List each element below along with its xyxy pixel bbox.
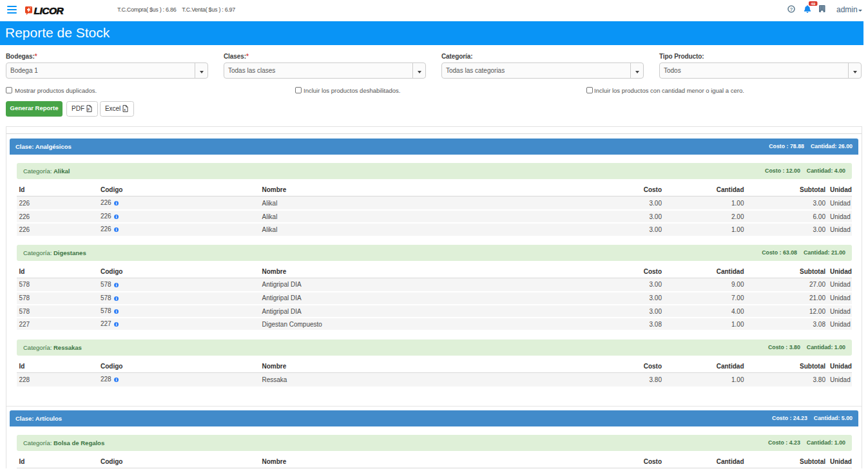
svg-text:P: P [88,108,90,111]
svg-text:x: x [124,108,126,111]
svg-text:49: 49 [811,1,815,6]
svg-text:?: ? [790,6,793,12]
